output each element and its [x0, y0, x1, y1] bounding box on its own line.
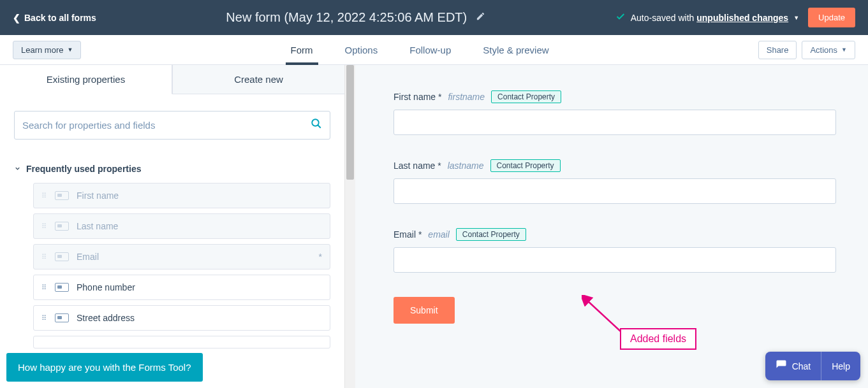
field-input[interactable] — [394, 247, 836, 273]
main-area: Existing properties Create new Frequentl… — [0, 65, 868, 388]
tab-followup[interactable]: Follow-up — [409, 35, 451, 64]
field-label-row: First name * firstname Contact Property — [394, 90, 836, 103]
search-input[interactable] — [22, 120, 311, 131]
required-star: * — [319, 252, 322, 262]
section-frequently-used[interactable]: Frequently used properties — [14, 164, 330, 174]
tab-style-preview[interactable]: Style & preview — [483, 35, 548, 64]
back-to-forms-link[interactable]: ❮ Back to all forms — [13, 13, 96, 23]
right-actions: Share Actions ▼ — [758, 41, 855, 59]
update-button[interactable]: Update — [808, 8, 855, 27]
property-item-email[interactable]: ⠿ Email * — [33, 244, 330, 269]
property-item-last-name[interactable]: ⠿ Last name — [33, 213, 330, 239]
share-button[interactable]: Share — [758, 41, 797, 59]
field-input[interactable] — [394, 178, 836, 204]
svg-line-3 — [587, 300, 621, 332]
search-box[interactable] — [14, 111, 330, 140]
submit-button[interactable]: Submit — [394, 297, 455, 324]
top-header: ❮ Back to all forms New form (May 12, 20… — [0, 0, 868, 35]
scrollbar[interactable] — [344, 65, 355, 388]
field-last-name[interactable]: Last name * lastname Contact Property — [394, 159, 836, 204]
search-icon — [311, 118, 322, 133]
field-email[interactable]: Email * email Contact Property — [394, 228, 836, 273]
text-field-icon — [55, 191, 69, 200]
scrollbar-thumb[interactable] — [346, 65, 354, 180]
drag-handle-icon: ⠿ — [41, 316, 47, 320]
drag-handle-icon: ⠿ — [41, 255, 47, 259]
text-field-icon — [55, 222, 69, 231]
drag-handle-icon: ⠿ — [41, 194, 47, 198]
back-label: Back to all forms — [24, 13, 96, 23]
feedback-prompt[interactable]: How happy are you with the Forms Tool? — [6, 353, 203, 382]
annotation-label: Added fields — [620, 328, 696, 350]
caret-down-icon: ▼ — [793, 15, 799, 21]
autosave-text: Auto-saved with unpublished changes — [631, 13, 788, 23]
tab-form[interactable]: Form — [291, 35, 313, 64]
property-tabs: Existing properties Create new — [0, 65, 344, 94]
property-item-placeholder[interactable] — [33, 336, 330, 348]
field-label-row: Last name * lastname Contact Property — [394, 159, 836, 172]
property-badge: Contact Property — [456, 228, 526, 241]
title-wrap: New form (May 12, 2022 4:25:06 AM EDT) — [96, 10, 615, 25]
check-icon — [615, 11, 626, 24]
property-item-first-name[interactable]: ⠿ First name — [33, 183, 330, 208]
sub-header: Learn more ▼ Form Options Follow-up Styl… — [0, 35, 868, 65]
help-button[interactable]: Help — [821, 352, 860, 380]
learn-more-button[interactable]: Learn more ▼ — [13, 41, 81, 59]
property-list: ⠿ First name ⠿ Last name ⠿ Email * ⠿ — [14, 183, 330, 348]
drag-handle-icon: ⠿ — [41, 224, 47, 228]
field-input[interactable] — [394, 110, 836, 135]
text-field-icon — [55, 313, 69, 322]
tab-create-new[interactable]: Create new — [172, 65, 344, 94]
left-panel: Existing properties Create new Frequentl… — [0, 65, 344, 388]
svg-line-1 — [318, 125, 321, 128]
text-field-icon — [55, 283, 69, 292]
caret-down-icon: ▼ — [67, 47, 73, 53]
left-body: Frequently used properties ⠿ First name … — [0, 94, 344, 388]
chat-button[interactable]: Chat — [765, 352, 822, 380]
property-badge: Contact Property — [491, 90, 561, 103]
field-first-name[interactable]: First name * firstname Contact Property — [394, 90, 836, 135]
main-tabs: Form Options Follow-up Style & preview — [81, 35, 758, 64]
property-badge: Contact Property — [490, 159, 561, 172]
caret-down-icon: ▼ — [841, 47, 847, 53]
property-item-phone-number[interactable]: ⠿ Phone number — [33, 275, 330, 300]
svg-point-0 — [312, 119, 319, 126]
form-title: New form (May 12, 2022 4:25:06 AM EDT) — [226, 10, 467, 25]
text-field-icon — [55, 252, 69, 261]
chat-bubble-icon — [776, 359, 787, 373]
chevron-down-icon — [14, 164, 21, 174]
tab-existing-properties[interactable]: Existing properties — [0, 65, 172, 94]
autosave-status[interactable]: Auto-saved with unpublished changes ▼ — [615, 11, 799, 24]
actions-button[interactable]: Actions ▼ — [802, 41, 855, 59]
field-label-row: Email * email Contact Property — [394, 228, 836, 241]
chat-help-widget: Chat Help — [765, 352, 860, 380]
property-item-street-address[interactable]: ⠿ Street address — [33, 305, 330, 331]
drag-handle-icon: ⠿ — [41, 285, 47, 289]
pencil-icon[interactable] — [476, 11, 485, 24]
tab-options[interactable]: Options — [345, 35, 378, 64]
chevron-left-icon: ❮ — [13, 13, 20, 23]
